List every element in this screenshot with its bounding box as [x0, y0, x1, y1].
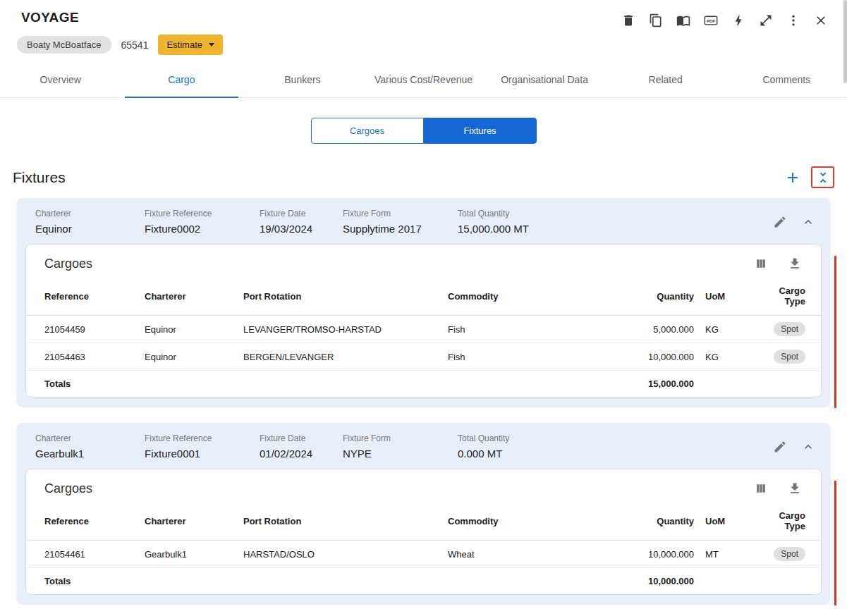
edit-fixture-icon[interactable] [772, 439, 788, 455]
cell-charterer: Equinor [139, 316, 238, 343]
col-port-rotation: Port Rotation [238, 502, 442, 541]
cell-port-rotation: BERGEN/LEVANGER [238, 343, 442, 371]
col-charterer: Charterer [139, 277, 238, 316]
cell-uom: KG [700, 316, 756, 343]
expand-fullscreen-icon[interactable] [758, 13, 774, 28]
fixture-date-value: 01/02/2024 [260, 448, 337, 460]
tab-various-cost-revenue[interactable]: Various Cost/Revenue [363, 63, 485, 97]
col-quantity: Quantity [622, 277, 700, 316]
tab-cargo[interactable]: Cargo [121, 63, 243, 97]
cell-charterer: Gearbulk1 [139, 541, 238, 568]
col-reference: Reference [26, 502, 139, 541]
caret-down-icon [209, 43, 214, 47]
cell-reference: 21054463 [26, 343, 139, 371]
charterer-label: Charterer [35, 433, 139, 443]
col-cargo-type: Cargo Type [756, 502, 822, 541]
cell-port-rotation: HARSTAD/OSLO [238, 541, 442, 568]
pdf-icon[interactable]: PDF [703, 13, 719, 28]
cargo-type-badge: Spot [774, 350, 805, 364]
totals-quantity: 10,000.000 [622, 568, 700, 595]
cargoes-title: Cargoes [44, 257, 92, 271]
fixture-reference-value: Fixture0002 [145, 223, 254, 235]
main-tabs: Overview Cargo Bunkers Various Cost/Reve… [0, 63, 847, 98]
edit-fixture-icon[interactable] [772, 214, 788, 230]
totals-row: Totals 10,000.000 [26, 568, 822, 595]
table-header-row: Reference Charterer Port Rotation Commod… [26, 277, 822, 316]
tab-bunkers[interactable]: Bunkers [242, 63, 363, 97]
total-quantity-label: Total Quantity [458, 433, 509, 443]
table-header-row: Reference Charterer Port Rotation Commod… [26, 502, 822, 541]
view-toggle: Cargoes Fixtures [0, 118, 847, 144]
cargoes-card: Cargoes [25, 469, 822, 595]
fixture-reference-value: Fixture0001 [145, 448, 254, 460]
totals-quantity: 15,000.000 [622, 371, 700, 398]
fixture-card-gearbulk1: Charterer Gearbulk1 Fixture Reference Fi… [17, 423, 830, 603]
total-quantity-value: 0.000 MT [458, 448, 509, 460]
collapse-fixture-icon[interactable] [800, 214, 816, 230]
voyage-header: VOYAGE PDF [0, 0, 847, 98]
charterer-label: Charterer [35, 209, 139, 218]
vessel-chip: Boaty McBoatface [17, 36, 111, 54]
voyage-number: 65541 [121, 39, 149, 51]
scrollbar[interactable] [843, 0, 847, 83]
toggle-fixtures-button[interactable]: Fixtures [424, 118, 537, 144]
cell-port-rotation: LEVANGER/TROMSO-HARSTAD [238, 316, 442, 343]
kebab-menu-icon[interactable] [786, 13, 801, 28]
cargo-tab-content: Cargoes Fixtures Fixtures Charterer Equi… [0, 118, 847, 603]
cell-charterer: Equinor [139, 343, 238, 371]
page-title: VOYAGE [21, 10, 79, 25]
col-uom: UoM [700, 277, 756, 316]
fixture-form-value: NYPE [343, 448, 452, 460]
cell-quantity: 10,000.000 [622, 343, 700, 371]
col-commodity: Commodity [442, 502, 622, 541]
collapse-fixture-icon[interactable] [800, 439, 816, 455]
toggle-cargoes-button[interactable]: Cargoes [311, 118, 424, 144]
fixture-alert-bar [834, 481, 836, 605]
header-toolbar: PDF [621, 13, 829, 28]
copy-icon[interactable] [648, 13, 664, 28]
tab-overview[interactable]: Overview [0, 63, 121, 97]
close-icon[interactable] [813, 13, 829, 28]
bolt-icon[interactable] [731, 13, 746, 28]
tab-comments[interactable]: Comments [726, 63, 847, 97]
fixture-form-label: Fixture Form [343, 209, 452, 218]
columns-icon[interactable] [753, 256, 769, 271]
fixture-date-label: Fixture Date [260, 433, 337, 443]
estimate-button[interactable]: Estimate [158, 35, 223, 55]
collapse-all-button[interactable] [811, 166, 834, 188]
tab-organisational-data[interactable]: Organisational Data [484, 63, 605, 97]
fixture-reference-label: Fixture Reference [145, 433, 254, 443]
fixtures-section-title: Fixtures [13, 169, 66, 186]
download-icon[interactable] [787, 481, 803, 496]
cargoes-table: Reference Charterer Port Rotation Commod… [26, 277, 822, 397]
table-row[interactable]: 21054461 Gearbulk1 HARSTAD/OSLO Wheat 10… [26, 541, 822, 568]
book-icon[interactable] [676, 13, 691, 28]
charterer-value: Gearbulk1 [35, 448, 139, 460]
cargoes-card: Cargoes [25, 244, 822, 398]
col-port-rotation: Port Rotation [238, 277, 442, 316]
tab-related[interactable]: Related [605, 63, 726, 97]
table-row[interactable]: 21054463 Equinor BERGEN/LEVANGER Fish 10… [26, 343, 822, 371]
table-row[interactable]: 21054459 Equinor LEVANGER/TROMSO-HARSTAD… [26, 316, 822, 343]
cell-quantity: 10,000.000 [622, 541, 700, 568]
col-cargo-type: Cargo Type [756, 277, 822, 316]
totals-label: Totals [26, 371, 139, 398]
estimate-button-label: Estimate [166, 39, 202, 50]
unfold-less-icon [815, 170, 831, 185]
charterer-value: Equinor [35, 223, 139, 235]
download-icon[interactable] [787, 256, 803, 271]
cargo-type-badge: Spot [774, 547, 805, 561]
col-reference: Reference [26, 277, 139, 316]
total-quantity-value: 15,000.000 MT [458, 223, 529, 235]
delete-icon[interactable] [621, 13, 636, 28]
cargo-type-badge: Spot [774, 322, 805, 336]
add-fixture-button[interactable] [783, 168, 803, 187]
fixture-date-value: 19/03/2024 [260, 223, 337, 235]
total-quantity-label: Total Quantity [458, 209, 529, 218]
svg-text:PDF: PDF [707, 19, 715, 23]
cell-commodity: Fish [442, 343, 622, 371]
totals-label: Totals [26, 568, 139, 595]
fixture-form-value: Supplytime 2017 [343, 223, 452, 235]
columns-icon[interactable] [753, 481, 769, 496]
fixture-alert-bar [834, 256, 836, 408]
